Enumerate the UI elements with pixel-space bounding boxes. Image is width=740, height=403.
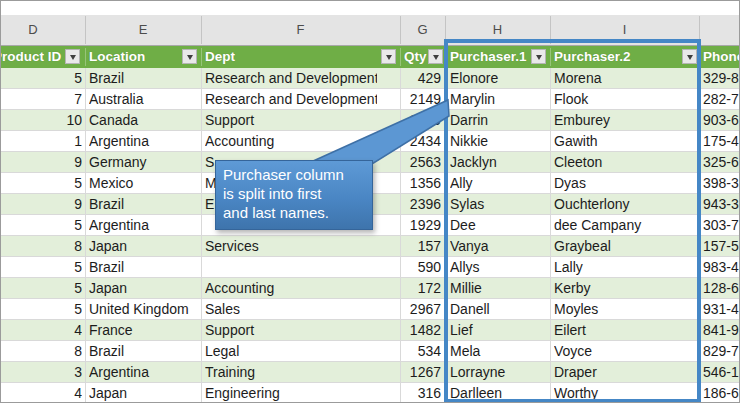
cell-location-row2[interactable]: Australia <box>89 89 197 109</box>
cell-qty-row16[interactable]: 316 <box>399 383 441 403</box>
cell-location-row5[interactable]: Germany <box>89 152 197 172</box>
cell-phone-row10[interactable]: 983-4 <box>703 257 740 277</box>
cell-phone-row16[interactable]: 186-6 <box>703 383 740 403</box>
cell-dept-row16[interactable]: Engineering <box>205 383 377 403</box>
cell-product_id-row4[interactable]: 1 <box>1 131 82 151</box>
cell-purchaser1-row16[interactable]: Darlleen <box>450 383 546 403</box>
cell-location-row11[interactable]: Japan <box>89 278 197 298</box>
cell-purchaser1-row1[interactable]: Elonore <box>450 68 546 88</box>
column-letter-D[interactable]: D <box>0 15 85 45</box>
cell-purchaser2-row4[interactable]: Gawith <box>554 131 694 151</box>
cell-purchaser2-row3[interactable]: Emburey <box>554 110 694 130</box>
filter-button-qty[interactable] <box>428 49 443 64</box>
cell-product_id-row7[interactable]: 9 <box>1 194 82 214</box>
cell-qty-row3[interactable]: 2909 <box>399 110 441 130</box>
cell-purchaser1-row7[interactable]: Sylas <box>450 194 546 214</box>
cell-purchaser1-row14[interactable]: Mela <box>450 341 546 361</box>
cell-qty-row1[interactable]: 429 <box>399 68 441 88</box>
cell-qty-row15[interactable]: 1267 <box>399 362 441 382</box>
cell-dept-row3[interactable]: Support <box>205 110 377 130</box>
cell-phone-row7[interactable]: 943-3 <box>703 194 740 214</box>
cell-location-row7[interactable]: Brazil <box>89 194 197 214</box>
cell-qty-row2[interactable]: 2149 <box>399 89 441 109</box>
cell-dept-row15[interactable]: Training <box>205 362 377 382</box>
cell-dept-row12[interactable]: Sales <box>205 299 377 319</box>
header-qty[interactable]: Qty <box>404 46 427 68</box>
cell-dept-row10[interactable] <box>205 257 377 277</box>
cell-product_id-row3[interactable]: 10 <box>1 110 82 130</box>
cell-purchaser1-row2[interactable]: Marylin <box>450 89 546 109</box>
cell-location-row12[interactable]: United Kingdom <box>89 299 197 319</box>
cell-purchaser1-row12[interactable]: Danell <box>450 299 546 319</box>
cell-dept-row4[interactable]: Accounting <box>205 131 377 151</box>
header-purchaser2[interactable]: Purchaser.2 <box>554 46 631 68</box>
cell-purchaser2-row5[interactable]: Cleeton <box>554 152 694 172</box>
cell-qty-row11[interactable]: 172 <box>399 278 441 298</box>
cell-purchaser2-row1[interactable]: Morena <box>554 68 694 88</box>
cell-qty-row10[interactable]: 590 <box>399 257 441 277</box>
cell-product_id-row5[interactable]: 9 <box>1 152 82 172</box>
cell-purchaser1-row4[interactable]: Nikkie <box>450 131 546 151</box>
column-letter-H[interactable]: H <box>445 15 550 45</box>
cell-phone-row8[interactable]: 303-7 <box>703 215 740 235</box>
cell-purchaser2-row14[interactable]: Voyce <box>554 341 694 361</box>
cell-purchaser2-row15[interactable]: Draper <box>554 362 694 382</box>
cell-qty-row6[interactable]: 1356 <box>399 173 441 193</box>
cell-dept-row2[interactable]: Research and Development <box>205 89 377 109</box>
cell-location-row10[interactable]: Brazil <box>89 257 197 277</box>
cell-purchaser1-row10[interactable]: Allys <box>450 257 546 277</box>
filter-button-product_id[interactable] <box>65 49 80 64</box>
cell-product_id-row8[interactable]: 5 <box>1 215 82 235</box>
cell-purchaser2-row6[interactable]: Dyas <box>554 173 694 193</box>
cell-location-row1[interactable]: Brazil <box>89 68 197 88</box>
cell-dept-row11[interactable]: Accounting <box>205 278 377 298</box>
cell-dept-row1[interactable]: Research and Development <box>205 68 377 88</box>
header-dept[interactable]: Dept <box>205 46 235 68</box>
column-letter-I[interactable]: I <box>550 15 699 45</box>
cell-location-row16[interactable]: Japan <box>89 383 197 403</box>
cell-purchaser1-row5[interactable]: Jacklyn <box>450 152 546 172</box>
cell-purchaser2-row13[interactable]: Eilert <box>554 320 694 340</box>
header-location[interactable]: Location <box>89 46 145 68</box>
cell-product_id-row1[interactable]: 5 <box>1 68 82 88</box>
cell-phone-row2[interactable]: 282-7 <box>703 89 740 109</box>
cell-purchaser2-row2[interactable]: Flook <box>554 89 694 109</box>
cell-location-row15[interactable]: Argentina <box>89 362 197 382</box>
cell-qty-row8[interactable]: 1929 <box>399 215 441 235</box>
cell-purchaser1-row6[interactable]: Ally <box>450 173 546 193</box>
cell-location-row14[interactable]: Brazil <box>89 341 197 361</box>
cell-product_id-row11[interactable]: 5 <box>1 278 82 298</box>
cell-phone-row1[interactable]: 329-8 <box>703 68 740 88</box>
cell-phone-row5[interactable]: 325-6 <box>703 152 740 172</box>
cell-phone-row14[interactable]: 829-7 <box>703 341 740 361</box>
cell-product_id-row9[interactable]: 8 <box>1 236 82 256</box>
cell-purchaser1-row15[interactable]: Lorrayne <box>450 362 546 382</box>
column-letter-G[interactable]: G <box>400 15 445 45</box>
cell-location-row13[interactable]: France <box>89 320 197 340</box>
cell-dept-row13[interactable]: Support <box>205 320 377 340</box>
cell-purchaser2-row8[interactable]: dee Campany <box>554 215 694 235</box>
cell-phone-row3[interactable]: 903-6 <box>703 110 740 130</box>
filter-button-purchaser1[interactable] <box>531 49 546 64</box>
cell-location-row4[interactable]: Argentina <box>89 131 197 151</box>
cell-purchaser2-row9[interactable]: Graybeal <box>554 236 694 256</box>
cell-qty-row9[interactable]: 157 <box>399 236 441 256</box>
cell-dept-row14[interactable]: Legal <box>205 341 377 361</box>
cell-location-row8[interactable]: Argentina <box>89 215 197 235</box>
cell-phone-row6[interactable]: 398-3 <box>703 173 740 193</box>
cell-product_id-row6[interactable]: 5 <box>1 173 82 193</box>
filter-button-dept[interactable] <box>381 49 396 64</box>
cell-purchaser1-row11[interactable]: Millie <box>450 278 546 298</box>
header-product_id[interactable]: Product ID <box>0 46 61 68</box>
cell-purchaser1-row8[interactable]: Dee <box>450 215 546 235</box>
cell-phone-row9[interactable]: 157-5 <box>703 236 740 256</box>
cell-qty-row4[interactable]: 2434 <box>399 131 441 151</box>
cell-purchaser1-row13[interactable]: Lief <box>450 320 546 340</box>
cell-product_id-row13[interactable]: 4 <box>1 320 82 340</box>
cell-qty-row13[interactable]: 1482 <box>399 320 441 340</box>
cell-product_id-row2[interactable]: 7 <box>1 89 82 109</box>
cell-purchaser2-row16[interactable]: Worthy <box>554 383 694 403</box>
cell-location-row6[interactable]: Mexico <box>89 173 197 193</box>
cell-qty-row7[interactable]: 2396 <box>399 194 441 214</box>
cell-phone-row13[interactable]: 841-9 <box>703 320 740 340</box>
